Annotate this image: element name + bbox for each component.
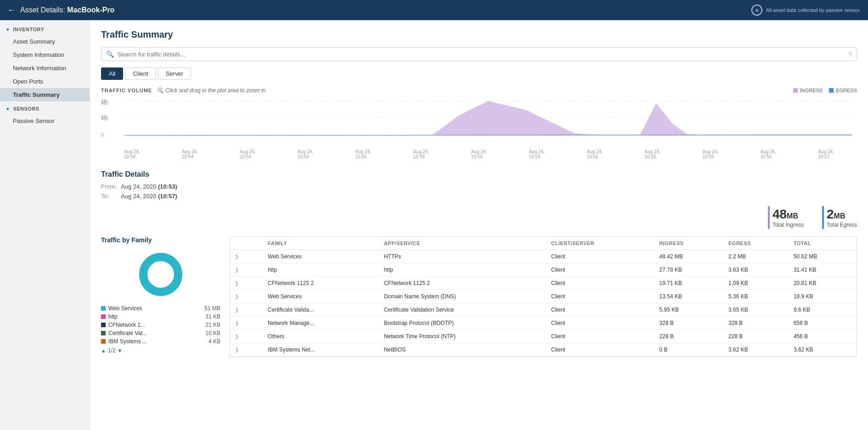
th-ingress[interactable]: INGRESS [655,237,724,250]
filter-client-button[interactable]: Client [125,67,156,80]
ingress-stat-value: 48MB [772,207,804,222]
help-icon[interactable]: ? [848,50,852,58]
th-client-server[interactable]: CLIENT/SERVER [547,237,655,250]
row-egress: 328 B [724,317,789,330]
x-label-10: Aug 24,10:56 [703,149,718,159]
row-total: 456 B [789,330,857,343]
table-row: ❯ Others Network Time Protocol (NTP) Cli… [230,330,857,343]
table-body: ❯ Web Services HTTPs Client 48.42 MB 2.2… [230,250,857,357]
row-expand-icon[interactable]: ❯ [230,263,263,277]
sidebar-item-system-information[interactable]: System Information [0,48,90,61]
row-role: Client [547,277,655,290]
pag-next-arrow[interactable]: ▼ [118,348,123,353]
ingress-bar [768,206,770,229]
legend-ibm: IBM Systems ... 4 KB [101,338,220,345]
row-service: HTTPs [379,250,547,263]
traffic-from-date: From: Aug 24, 2020 (10:53) [101,183,857,190]
row-family: IBM Systems Net... [263,343,379,357]
row-ingress: 19.71 KB [655,277,724,290]
family-legend-list: Web Services 51 MB http 31 KB CFNetwork … [101,305,220,345]
table-row: ❯ Network Manage... Bootstrap Protocol (… [230,317,857,330]
row-egress: 3.65 KB [724,303,789,317]
zoom-hint: 🔍 Click and drag in the plot area to zoo… [157,87,265,94]
ingress-color-dot [793,88,798,93]
search-icon: 🔍 [106,50,114,58]
table-header-row: FAMILY APP/SERVICE CLIENT/SERVER INGRESS… [230,237,857,250]
search-bar: 🔍 ? [101,47,857,61]
ingress-legend-label: INGRESS [800,88,823,93]
sidebar-item-traffic-summary[interactable]: Traffic Summary [0,88,90,101]
th-total[interactable]: TOTAL [789,237,857,250]
egress-stat-label: Total Egress [827,222,857,228]
sidebar-item-open-ports[interactable]: Open Ports [0,75,90,88]
x-label-12: Aug 24,10:57 [818,149,834,159]
stats-row: 48MB Total Ingress 2MB Total Egress [101,206,857,229]
egress-stat-block: 2MB Total Egress [827,207,857,228]
search-input[interactable] [118,51,848,58]
egress-bar [822,206,824,229]
legend-http: http 31 KB [101,313,220,320]
row-egress: 3.63 KB [724,263,789,277]
x-label-11: Aug 24,10:56 [760,149,776,159]
header-badge-text: All asset data collected by passive sens… [766,7,861,13]
th-egress[interactable]: EGRESS [724,237,789,250]
row-expand-icon[interactable]: ❯ [230,330,263,343]
traffic-volume-header: TRAFFIC VOLUME 🔍 Click and drag in the p… [101,87,857,94]
pagination-text: 1/2 [108,347,116,354]
row-role: Client [547,317,655,330]
x-label-2: Aug 24,10:54 [240,149,255,159]
row-total: 18.9 KB [789,290,857,303]
pag-prev-arrow[interactable]: ▲ [101,348,106,353]
sidebar-inventory-header[interactable]: ▼ INVENTORY [0,24,90,35]
row-ingress: 328 B [655,317,724,330]
row-family: Web Services [263,290,379,303]
main-content: Traffic Summary 🔍 ? All Client Server TR… [90,20,868,430]
sidebar-inventory-section: ▼ INVENTORY Asset Summary System Informa… [0,24,90,101]
row-total: 3.62 KB [789,343,857,357]
row-expand-icon[interactable]: ❯ [230,277,263,290]
sidebar-item-network-information[interactable]: Network Information [0,61,90,75]
sidebar-item-passive-sensor[interactable]: Passive Sensor [0,114,90,128]
http-value: 31 KB [205,313,220,320]
from-label: From: [101,183,119,190]
header-badge: ⊕ All asset data collected by passive se… [751,5,861,16]
filter-server-button[interactable]: Server [158,67,191,80]
x-label-1: Aug 24,10:54 [182,149,197,159]
row-expand-icon[interactable]: ❯ [230,290,263,303]
row-expand-icon[interactable]: ❯ [230,303,263,317]
row-role: Client [547,290,655,303]
x-label-9: Aug 24,10:56 [645,149,660,159]
sidebar-item-asset-summary[interactable]: Asset Summary [0,35,90,48]
row-ingress: 0 B [655,343,724,357]
row-expand-icon[interactable]: ❯ [230,317,263,330]
x-label-3: Aug 24,10:54 [298,149,313,159]
ingress-stat-label: Total Ingress [772,222,804,228]
header-device-name: MacBook-Pro [67,6,114,14]
row-expand-icon[interactable]: ❯ [230,250,263,263]
traffic-table-wrapper[interactable]: FAMILY APP/SERVICE CLIENT/SERVER INGRESS… [230,236,857,357]
th-app-service[interactable]: APP/SERVICE [379,237,547,250]
legend-cfnetwork: CFNetwork 1... 21 KB [101,322,220,328]
legend-ingress: INGRESS [793,88,823,93]
traffic-chart[interactable]: 19 MB 10 MB 0 Aug 24,10:54 Aug 24,10:54 … [101,96,857,159]
sidebar-sensors-header[interactable]: ▼ SENSORS [0,103,90,114]
to-label: To: [101,193,119,200]
row-ingress: 48.42 MB [655,250,724,263]
row-role: Client [547,263,655,277]
traffic-details-title: Traffic Details [101,170,857,179]
ingress-stat-block: 48MB Total Ingress [772,207,804,228]
ibm-value: 4 KB [209,338,220,345]
row-role: Client [547,303,655,317]
chart-x-labels: Aug 24,10:54 Aug 24,10:54 Aug 24,10:54 A… [101,148,857,159]
traffic-table-section: FAMILY APP/SERVICE CLIENT/SERVER INGRESS… [230,236,857,357]
back-button[interactable]: ← [7,6,16,15]
filter-all-button[interactable]: All [101,67,123,80]
svg-text:0: 0 [101,133,104,138]
th-family[interactable]: FAMILY [263,237,379,250]
svg-text:MB: MB [101,116,108,121]
x-label-8: Aug 24,10:56 [587,149,603,159]
shield-icon: ⊕ [751,5,762,16]
x-label-5: Aug 24,10:55 [413,149,429,159]
row-total: 20.81 KB [789,277,857,290]
row-expand-icon[interactable]: ❯ [230,343,263,357]
